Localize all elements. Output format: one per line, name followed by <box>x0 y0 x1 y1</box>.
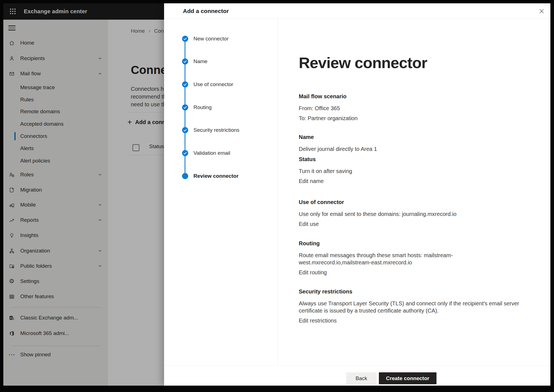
use-value: Use only for email sent to these domains… <box>299 210 520 218</box>
panel-divider <box>278 19 278 365</box>
section-title: Use of connector <box>299 198 520 206</box>
step-completed-icon <box>182 58 188 65</box>
step-label: Validation email <box>193 149 277 157</box>
section-name: Name Deliver journal directly to Area 1 … <box>299 133 520 185</box>
section-security-restrictions: Security restrictions Always use Transpo… <box>299 288 520 324</box>
section-title: Name <box>299 133 520 141</box>
step-label: Security restrictions <box>193 127 277 134</box>
panel-title: Add a connector <box>183 3 229 19</box>
step-completed-icon <box>182 127 188 133</box>
frame-left <box>0 0 3 392</box>
step-completed-icon <box>182 36 188 42</box>
add-connector-panel: Add a connector New connector Name Use o… <box>164 3 550 386</box>
status-subtitle: Status <box>299 155 520 163</box>
step-label: Review connector <box>193 172 277 180</box>
close-icon <box>539 9 544 14</box>
step-completed-icon <box>182 104 188 110</box>
step-label: Use of connector <box>193 81 277 88</box>
section-mail-flow-scenario: Mail flow scenario From: Office 365 To: … <box>299 92 520 125</box>
section-use-of-connector: Use of connector Use only for email sent… <box>299 198 520 228</box>
step-label: Name <box>193 58 277 65</box>
routing-value: Route email messages through these smart… <box>299 252 520 266</box>
section-title: Security restrictions <box>299 288 520 295</box>
edit-restrictions-link[interactable]: Edit restrictions <box>299 317 337 324</box>
step-completed-icon <box>182 150 188 156</box>
edit-routing-link[interactable]: Edit routing <box>299 269 327 276</box>
mail-flow-from: From: Office 365 <box>299 105 520 112</box>
back-button[interactable]: Back <box>346 372 377 384</box>
step-label: Routing <box>193 104 277 111</box>
section-routing: Routing Route email messages through the… <box>299 239 520 276</box>
close-button[interactable] <box>537 7 546 16</box>
mail-flow-to: To: Partner organization <box>299 115 520 122</box>
security-value: Always use Transport Layer Security (TLS… <box>299 300 520 314</box>
step-label: New connector <box>193 35 277 42</box>
status-value: Turn it on after saving <box>299 167 520 175</box>
section-title: Mail flow scenario <box>299 92 520 100</box>
create-connector-button[interactable]: Create connector <box>379 372 436 384</box>
frame-right <box>550 0 554 392</box>
frame-top <box>0 0 554 3</box>
connector-name-value: Deliver journal directly to Area 1 <box>299 145 520 153</box>
edit-name-link[interactable]: Edit name <box>299 177 324 185</box>
step-current-icon <box>182 173 188 179</box>
review-heading: Review connector <box>299 54 427 72</box>
panel-header: Add a connector <box>164 3 550 19</box>
section-title: Routing <box>299 239 520 247</box>
panel-footer: Back Create connector <box>164 365 550 386</box>
frame-bottom <box>0 386 554 392</box>
step-completed-icon <box>182 81 188 87</box>
edit-use-link[interactable]: Edit use <box>299 220 319 228</box>
